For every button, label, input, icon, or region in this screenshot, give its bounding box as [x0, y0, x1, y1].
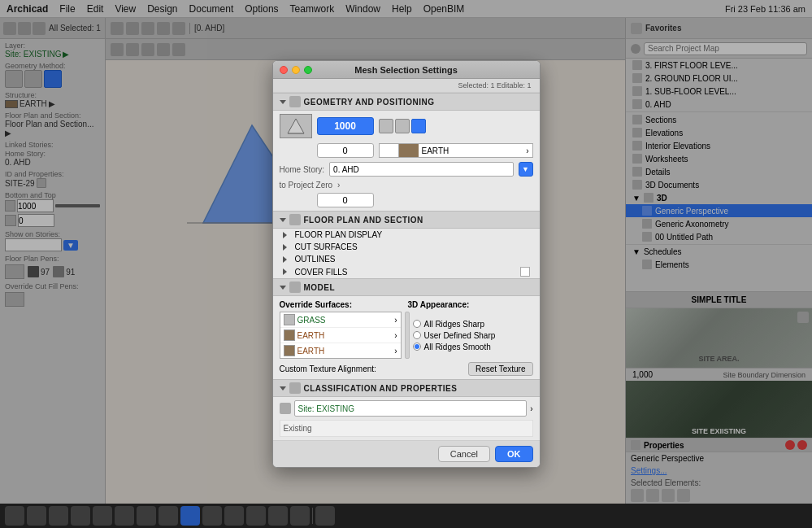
appearance-col: 3D Appearance: [408, 299, 533, 309]
ok-button[interactable]: OK [495, 446, 533, 462]
earth-arrow[interactable]: › [526, 146, 532, 155]
existing-area: Existing [280, 420, 533, 437]
modal-titlebar: Mesh Selection Settings [273, 61, 540, 79]
floor-plan-title: FLOOR PLAN AND SECTION [304, 216, 423, 225]
svg-marker-2 [288, 119, 304, 133]
surface-icon-earth1[interactable] [284, 329, 295, 341]
home-story-expand-btn[interactable]: ▼ [519, 162, 533, 177]
existing-label: Existing [284, 424, 312, 433]
selected-info: Selected: 1 Editable: 1 [458, 81, 531, 89]
home-story-label: Home Story: [280, 165, 325, 174]
home-story-row: Home Story: 0. AHD ▼ [273, 159, 540, 179]
to-project-row: to Project Zero › [273, 179, 540, 191]
earth1-arrow[interactable]: › [394, 331, 397, 340]
radio-all-sharp[interactable]: All Ridges Sharp [413, 320, 533, 329]
close-button[interactable] [280, 66, 288, 74]
surface-earth-1: EARTH › [280, 328, 401, 343]
surface-name-grass[interactable]: GRASS [297, 316, 326, 325]
classification-title: CLASSIFICATION AND PROPERTIES [304, 384, 458, 393]
maximize-button[interactable] [304, 66, 312, 74]
cut-surfaces-arrow [283, 244, 290, 251]
classification-row-icon [280, 403, 291, 414]
radio-all-sharp-label: All Ridges Sharp [424, 320, 484, 329]
classification-row: Site: EXISTING › [280, 400, 533, 417]
radio-all-smooth[interactable]: All Ridges Smooth [413, 343, 533, 351]
home-story-value-text: 0. AHD [333, 165, 359, 174]
geometry-content: EARTH › Home Story: 0. AHD ▼ to Project … [273, 111, 540, 211]
cover-fills-row[interactable]: COVER FILLS [273, 265, 540, 278]
earth-brown-swatch [399, 144, 419, 157]
modal-footer: Cancel OK [273, 440, 540, 467]
classification-header[interactable]: CLASSIFICATION AND PROPERTIES [273, 379, 540, 397]
texture-label: Custom Texture Alignment: [280, 364, 376, 373]
mesh-settings-modal: Mesh Selection Settings Selected: 1 Edit… [272, 60, 541, 468]
radio-user-btn[interactable] [413, 331, 421, 339]
radio-smooth-dot [415, 344, 419, 349]
cut-surfaces-label: CUT SURFACES [295, 242, 358, 251]
outlines-label: OUTLINES [295, 255, 336, 264]
geo-tool-3[interactable] [411, 119, 426, 133]
floor-plan-expand-icon [280, 218, 286, 222]
geometry-section-icon [289, 96, 301, 107]
floor-plan-section-icon [289, 214, 301, 225]
surface-icon-earth2[interactable] [284, 345, 295, 356]
model-section-header[interactable]: MODEL [273, 278, 540, 296]
modal-title: Mesh Selection Settings [354, 65, 458, 75]
radio-user-label: User Defined Sharp [424, 331, 496, 340]
traffic-lights [280, 66, 312, 74]
outlines-row[interactable]: OUTLINES [273, 253, 540, 265]
classification-dropdown[interactable]: Site: EXISTING [294, 400, 528, 417]
override-label: Override Surfaces: [280, 300, 353, 309]
project-zero-value-row [273, 191, 540, 211]
classification-dropdown-arrow[interactable]: › [530, 404, 532, 413]
selected-info-bar: Selected: 1 Editable: 1 [273, 79, 540, 93]
model-columns-header: Override Surfaces: 3D Appearance: [280, 299, 533, 309]
geo-tool-2[interactable] [395, 119, 410, 133]
earth-swatch-container: EARTH › [379, 143, 533, 158]
surface-name-earth2[interactable]: EARTH [297, 347, 325, 356]
surface-grass: GRASS › [280, 312, 401, 328]
radio-smooth-btn[interactable] [413, 343, 421, 351]
expand-icon: ▼ [522, 165, 529, 173]
offset-main-input[interactable] [317, 143, 374, 158]
radio-all-sharp-btn[interactable] [413, 320, 421, 328]
fp-display-arrow [283, 232, 290, 238]
earth-name: EARTH [419, 146, 527, 155]
home-story-dropdown[interactable]: 0. AHD [329, 162, 513, 177]
mesh-icon [280, 114, 312, 138]
geometry-title: GEOMETRY AND POSITIONING [304, 98, 435, 107]
elevation-main-input[interactable] [317, 117, 374, 135]
radio-group: All Ridges Sharp User Defined Sharp All … [413, 312, 533, 359]
earth2-arrow[interactable]: › [394, 347, 397, 356]
model-content: Override Surfaces: 3D Appearance: GRASS … [273, 296, 540, 379]
appearance-label: 3D Appearance: [408, 300, 470, 309]
cover-fills-label: COVER FILLS [295, 268, 520, 277]
geo-tool-1[interactable] [379, 119, 393, 133]
floor-plan-section-header[interactable]: FLOOR PLAN AND SECTION [273, 211, 540, 229]
geometry-section-header[interactable]: GEOMETRY AND POSITIONING [273, 93, 540, 111]
modal-overlay: Mesh Selection Settings Selected: 1 Edit… [0, 0, 812, 528]
cancel-button[interactable]: Cancel [438, 446, 490, 462]
model-expand-icon [280, 286, 286, 290]
project-zero-input[interactable] [317, 193, 374, 207]
offset-main-row: EARTH › [273, 142, 540, 159]
radio-smooth-label: All Ridges Smooth [424, 343, 491, 351]
cut-surfaces-row[interactable]: CUT SURFACES [273, 241, 540, 253]
model-main-row: GRASS › EARTH › EARTH › [280, 312, 533, 359]
grass-arrow[interactable]: › [394, 316, 397, 325]
floor-plan-display-row[interactable]: FLOOR PLAN DISPLAY [273, 229, 540, 241]
radio-user-defined[interactable]: User Defined Sharp [413, 331, 533, 340]
surface-name-earth1[interactable]: EARTH [297, 331, 325, 340]
texture-alignment-row: Custom Texture Alignment: Reset Texture [280, 362, 533, 376]
reset-texture-btn[interactable]: Reset Texture [468, 362, 533, 376]
minimize-button[interactable] [292, 66, 300, 74]
surfaces-scrollbar[interactable] [405, 312, 410, 359]
to-project-arrow: › [337, 181, 340, 190]
geo-tool-icons [379, 119, 426, 133]
elevation-main-row [273, 111, 540, 142]
surface-icon-grass[interactable] [284, 314, 295, 325]
classification-content: Site: EXISTING › Existing [273, 397, 540, 440]
cover-fills-checkbox[interactable] [520, 267, 530, 277]
floor-plan-content: FLOOR PLAN DISPLAY CUT SURFACES OUTLINES… [273, 229, 540, 278]
classification-icon [289, 382, 301, 394]
